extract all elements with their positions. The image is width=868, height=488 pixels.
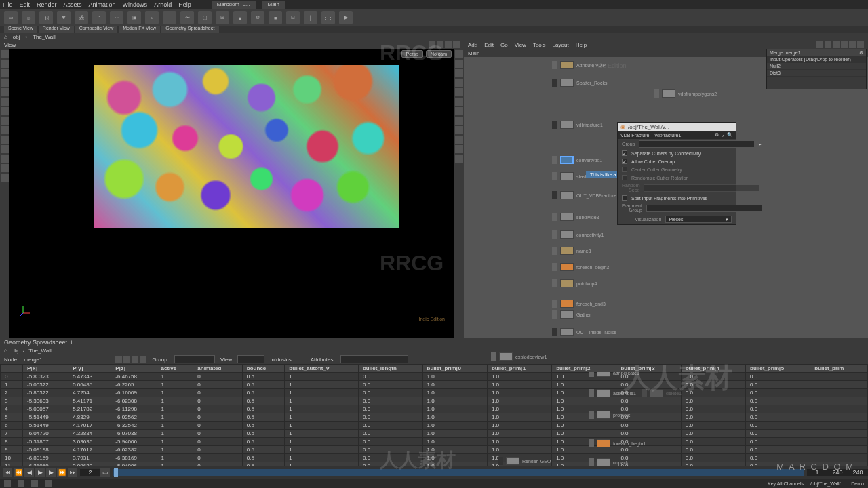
- network-node[interactable]: stash1This is like a fast File Cache: [552, 172, 591, 180]
- disp-uv-icon[interactable]: [455, 79, 463, 87]
- shelf-collisions-icon[interactable]: ✱: [57, 11, 71, 24]
- node-display-flag[interactable]: [552, 156, 557, 164]
- net-menu-go[interactable]: Go: [500, 42, 508, 48]
- window-tab-2[interactable]: Main: [262, 1, 285, 9]
- net-icon-2[interactable]: [825, 41, 831, 48]
- shelf-oceans-icon[interactable]: 〜: [180, 11, 194, 24]
- tl-prev-button[interactable]: ◀: [24, 468, 34, 477]
- table-row[interactable]: 3-5.336035.41171-6.02308100.510.01.01.01…: [1, 397, 868, 405]
- anim-tool-icon[interactable]: [1, 155, 9, 163]
- node-display-flag[interactable]: [552, 121, 557, 129]
- tl-last-button[interactable]: ⏭: [68, 468, 77, 477]
- network-node[interactable]: unpack: [589, 458, 629, 466]
- fluid-tool-icon[interactable]: [1, 174, 9, 182]
- net-icon-6[interactable]: [857, 41, 864, 48]
- shelf-tools-icon[interactable]: ⚙: [251, 11, 264, 24]
- network-node[interactable]: Attribute VOP: [552, 61, 606, 69]
- shelf-fluids-icon[interactable]: ≈: [145, 11, 159, 24]
- ss-column-header[interactable]: active: [157, 365, 193, 373]
- node-body[interactable]: [662, 89, 675, 98]
- viewport-canvas[interactable]: Indie Edition: [12, 58, 452, 324]
- pane-tab-motionfx[interactable]: Motion FX View: [119, 26, 160, 33]
- ss-column-header[interactable]: bullet_prim[3: [616, 365, 681, 373]
- shelf-viscous-icon[interactable]: ~: [163, 11, 176, 24]
- network-node[interactable]: vdbfracture1: [552, 121, 603, 129]
- param-nodename[interactable]: vdbfracture1: [652, 133, 684, 138]
- node-body[interactable]: [560, 310, 574, 319]
- ss-intrinsics-label[interactable]: Intrinsics: [270, 357, 292, 363]
- axis-gizmo-icon[interactable]: [16, 306, 30, 320]
- table-row[interactable]: 0-5.803235.47343-6.46758100.510.01.01.01…: [1, 373, 868, 381]
- menu-edit[interactable]: Edit: [20, 1, 31, 8]
- sb-icon-2[interactable]: [18, 480, 24, 487]
- node-display-flag[interactable]: [642, 389, 647, 397]
- tree-gear-icon[interactable]: ⚙: [859, 50, 863, 56]
- ss-tab[interactable]: Geometry Spreadsheet: [4, 339, 67, 346]
- pane-tab-composite[interactable]: Composite View: [75, 26, 117, 33]
- move-tool-icon[interactable]: [1, 60, 9, 68]
- shelf-wires-icon[interactable]: │: [304, 11, 317, 24]
- node-body[interactable]: [597, 389, 610, 397]
- table-row[interactable]: 11-6.260593.09638-5.94006100.510.01.01.0…: [1, 462, 868, 466]
- shelf-crowds-icon[interactable]: ⋮⋮: [321, 11, 335, 24]
- node-display-flag[interactable]: [552, 61, 557, 69]
- ss-column-header[interactable]: bullet_prim: [810, 365, 868, 373]
- node-body[interactable]: [560, 213, 574, 221]
- tl-play-button[interactable]: ▶: [35, 468, 45, 477]
- node-display-flag[interactable]: [552, 328, 557, 336]
- param-gear-icon[interactable]: ⚙: [715, 132, 719, 138]
- menu-render[interactable]: Render: [37, 1, 57, 8]
- tree-item-1[interactable]: Null2: [767, 63, 866, 70]
- menu-assets[interactable]: Assets: [64, 1, 82, 8]
- param-vis-dropdown[interactable]: Pieces ▾: [665, 216, 732, 223]
- ss-column-header[interactable]: animated: [193, 365, 243, 373]
- network-node[interactable]: OUT_VDBFracture: [552, 191, 616, 199]
- network-node[interactable]: foreach_begin3: [552, 263, 609, 271]
- table-row[interactable]: 7-6.047204.32834-6.07038100.510.01.01.01…: [1, 430, 868, 438]
- ss-detail-icon[interactable]: [140, 356, 146, 363]
- param-window-title[interactable]: ◉ /obj/The_Wall/v...: [618, 123, 736, 131]
- shelf-rigid-icon[interactable]: ▣: [127, 11, 141, 24]
- node-body[interactable]: [560, 230, 574, 239]
- rotate-tool-icon[interactable]: [1, 69, 9, 77]
- ss-column-header[interactable]: P[z]: [111, 365, 157, 373]
- timeline-track[interactable]: [113, 469, 804, 476]
- menu-file[interactable]: File: [3, 1, 13, 8]
- node-body[interactable]: [560, 121, 574, 129]
- node-display-flag[interactable]: [552, 263, 557, 271]
- disp-light-icon[interactable]: [455, 117, 463, 125]
- network-node[interactable]: name3: [552, 247, 591, 255]
- node-body[interactable]: [560, 263, 574, 271]
- cam-tool-icon[interactable]: [1, 136, 9, 144]
- sb-icon-1[interactable]: [4, 480, 11, 487]
- net-menu-tools[interactable]: Tools: [533, 42, 546, 48]
- net-icon-1[interactable]: [816, 41, 823, 48]
- ss-column-header[interactable]: P[y]: [68, 365, 111, 373]
- ss-column-header[interactable]: bullet_prim[4: [681, 365, 745, 373]
- ss-column-header[interactable]: bullet_prim[0: [422, 365, 487, 373]
- network-node[interactable]: Gather: [552, 310, 591, 319]
- node-display-flag[interactable]: [589, 458, 594, 466]
- network-node[interactable]: assemble1: [589, 389, 636, 397]
- tree-item-2[interactable]: Dist3: [767, 70, 866, 77]
- ss-column-header[interactable]: bullet_prim[2: [552, 365, 616, 373]
- node-display-flag[interactable]: [491, 352, 496, 361]
- ss-verts-icon[interactable]: [123, 356, 130, 363]
- param-overlap-check[interactable]: [622, 159, 627, 164]
- spreadsheet-table[interactable]: P[x]P[y]P[z]activeanimatedbouncebullet_a…: [0, 364, 868, 466]
- vp-axis-icon[interactable]: [429, 41, 435, 48]
- network-node[interactable]: foreach_end3: [552, 300, 606, 308]
- network-node[interactable]: vdbfrompolygons2: [654, 89, 717, 98]
- node-display-flag[interactable]: [589, 389, 594, 397]
- net-menu-layout[interactable]: Layout: [553, 42, 569, 48]
- network-node[interactable]: explodedview1: [491, 352, 547, 361]
- shelf-fem-icon[interactable]: ⊡: [286, 11, 300, 24]
- table-row[interactable]: 2-5.803224.7254-6.16009100.510.01.01.01.…: [1, 389, 868, 397]
- node-body[interactable]: [506, 457, 519, 465]
- node-body[interactable]: [650, 389, 663, 397]
- pane-tab-geospread[interactable]: Geometry Spreadsheet: [161, 26, 218, 33]
- disp-prim-icon[interactable]: [455, 98, 463, 106]
- network-node[interactable]: Render_GEO: [498, 457, 551, 465]
- ss-group-input[interactable]: [174, 355, 215, 363]
- node-body[interactable]: [597, 411, 610, 419]
